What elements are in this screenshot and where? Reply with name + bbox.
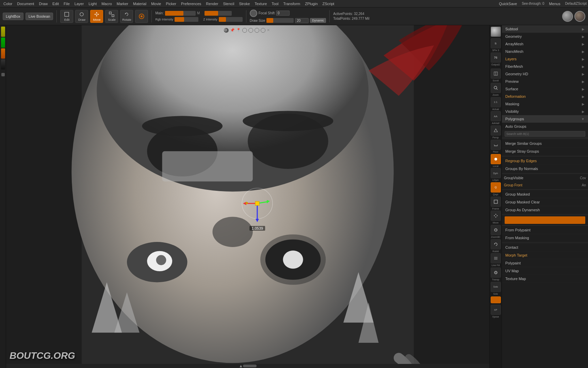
- menu-color[interactable]: Color: [1, 1, 14, 6]
- local-btn[interactable]: [491, 154, 501, 164]
- polygroups-section[interactable]: Polygroups ▼: [502, 115, 588, 123]
- canvas-close-icon[interactable]: ✕: [267, 28, 272, 33]
- canvas-circle1-icon[interactable]: [242, 28, 247, 33]
- zsub-slider[interactable]: [205, 11, 232, 16]
- solo-btn[interactable]: Solo: [491, 282, 501, 292]
- floor-btn[interactable]: [491, 140, 501, 150]
- draw-size-value[interactable]: 20: [295, 18, 309, 23]
- menu-movie[interactable]: Movie: [149, 1, 163, 6]
- color-strip-green[interactable]: [1, 37, 5, 48]
- material-preview-btn[interactable]: [574, 11, 585, 22]
- rgb-intensity-slider[interactable]: [175, 17, 198, 22]
- actual-btn[interactable]: 1:1: [491, 97, 501, 107]
- menu-transform[interactable]: Transform: [281, 1, 303, 6]
- quicksave-btn[interactable]: QuickSave: [497, 1, 519, 6]
- regroup-edges-btn[interactable]: Regroup By Edges: [502, 157, 588, 165]
- menu-edit[interactable]: Edit: [50, 1, 61, 6]
- menu-render[interactable]: Render: [204, 1, 220, 6]
- deformation-item[interactable]: Deformation ▶: [502, 93, 588, 100]
- texture-map-btn[interactable]: Texture Map: [502, 275, 588, 283]
- group-masked-btn[interactable]: Group Masked: [502, 190, 588, 198]
- canvas-location-icon[interactable]: 📍: [236, 28, 241, 33]
- canvas-area[interactable]: 1.0539 ⚙ 📌 📍 ✕ BOUTCG.ORG ▲: [6, 25, 489, 368]
- transform-gizmo[interactable]: 1.0539: [237, 183, 278, 224]
- brush-size-btn[interactable]: 76: [491, 52, 501, 63]
- group-front-btn[interactable]: Group Front: [502, 182, 545, 189]
- scale-button[interactable]: Scale: [105, 10, 118, 23]
- canvas-circle3-icon[interactable]: [255, 28, 259, 33]
- focal-shift-value[interactable]: 0: [276, 11, 290, 16]
- groups-normals-btn[interactable]: Groups By Normals: [502, 165, 588, 173]
- ldym-btn[interactable]: Dym: [491, 168, 501, 178]
- transp-btn[interactable]: [491, 267, 501, 278]
- menu-document[interactable]: Document: [15, 1, 36, 6]
- canvas-circle4-icon[interactable]: [261, 28, 265, 33]
- merge-stray-btn[interactable]: Merge Stray Groups: [502, 148, 588, 155]
- from-masking-btn[interactable]: From Masking: [502, 234, 588, 242]
- aahalf-btn[interactable]: AA: [491, 111, 501, 121]
- rotall-btn[interactable]: [491, 239, 501, 249]
- menu-draw[interactable]: Draw: [37, 1, 50, 6]
- color-strip-dark[interactable]: [1, 59, 5, 70]
- linefill-btn[interactable]: [491, 253, 501, 263]
- surface-item[interactable]: Surface ▶: [502, 85, 588, 93]
- persp-btn[interactable]: [491, 125, 501, 136]
- orange-tool-btn[interactable]: [491, 296, 501, 303]
- menu-file[interactable]: File: [62, 1, 72, 6]
- lightbox-button[interactable]: LightBox: [3, 13, 23, 20]
- auto-groups-item[interactable]: Auto Groups: [502, 123, 588, 130]
- zoom-btn[interactable]: [491, 83, 501, 93]
- visibility-item[interactable]: Visibility ▶: [502, 108, 588, 115]
- sphere-preview-btn[interactable]: [562, 11, 573, 22]
- frame-btn[interactable]: [491, 197, 501, 207]
- menu-light[interactable]: Light: [86, 1, 99, 6]
- scroll-btn[interactable]: [491, 68, 501, 79]
- draw-size-slider[interactable]: [266, 18, 294, 23]
- search-input[interactable]: [505, 131, 585, 137]
- menu-zplugin[interactable]: ZPlugin: [303, 1, 320, 6]
- draw-button[interactable]: Draw: [75, 10, 88, 23]
- menu-marker[interactable]: Marker: [115, 1, 130, 6]
- rotate-button[interactable]: Rotate: [120, 10, 133, 23]
- move3d-btn[interactable]: [491, 211, 501, 221]
- uv-map-btn[interactable]: UV Map: [502, 267, 588, 275]
- menu-stencil[interactable]: Stencil: [221, 1, 236, 6]
- arraymesh-item[interactable]: ArrayMesh ▶: [502, 40, 588, 48]
- menu-macro[interactable]: Macro: [99, 1, 114, 6]
- edit-button[interactable]: Edit: [60, 10, 73, 23]
- sphere-button[interactable]: [135, 10, 148, 23]
- menu-material[interactable]: Material: [131, 1, 148, 6]
- canvas-pin-icon[interactable]: 📌: [230, 28, 235, 33]
- menu-preferences[interactable]: Preferences: [179, 1, 203, 6]
- masking-item[interactable]: Masking ▶: [502, 100, 588, 108]
- layers-item[interactable]: Layers ▶: [502, 55, 588, 63]
- contact-btn[interactable]: Contact: [502, 244, 588, 251]
- polypaint-btn[interactable]: Polypaint: [502, 259, 588, 267]
- subtool-section[interactable]: Subtool ▶: [502, 25, 588, 33]
- zoom3d-btn[interactable]: [491, 225, 501, 235]
- canvas-gear-icon[interactable]: ⚙: [224, 28, 229, 33]
- menu-tool[interactable]: Tool: [270, 1, 280, 6]
- geometry-hd-item[interactable]: Geometry HD ▶: [502, 70, 588, 78]
- xpose-btn[interactable]: XP: [491, 305, 501, 315]
- pm3d-preview[interactable]: [491, 27, 501, 37]
- focal-shift-circle[interactable]: [250, 10, 257, 17]
- group-visible-btn[interactable]: GroupVisible: [502, 174, 545, 182]
- menu-layer[interactable]: Layer: [72, 1, 86, 6]
- menu-picker[interactable]: Picker: [164, 1, 178, 6]
- menu-stroke[interactable]: Stroke: [237, 1, 252, 6]
- geometry-item[interactable]: Geometry ▶: [502, 33, 588, 40]
- dynamic-button[interactable]: Dynamic: [310, 18, 326, 23]
- color-swatch-orange[interactable]: [505, 216, 585, 224]
- menus-btn[interactable]: Menus: [547, 1, 562, 6]
- main-slider[interactable]: [165, 11, 196, 16]
- color-strip-yellow[interactable]: [1, 27, 5, 37]
- group-as-dynamesh-btn[interactable]: Group As Dynamesh: [502, 206, 588, 214]
- canvas-scrollbar-bottom[interactable]: ▲: [6, 364, 489, 368]
- fibermesh-item[interactable]: FiberMesh ▶: [502, 63, 588, 70]
- nanomesh-item[interactable]: NanoMesh ▶: [502, 48, 588, 55]
- morph-target-btn[interactable]: Morph Target: [502, 251, 588, 259]
- live-boolean-button[interactable]: Live Boolean: [26, 13, 53, 20]
- canvas-circle2-icon[interactable]: [248, 28, 253, 33]
- merge-similar-btn[interactable]: Merge Similar Groups: [502, 140, 588, 148]
